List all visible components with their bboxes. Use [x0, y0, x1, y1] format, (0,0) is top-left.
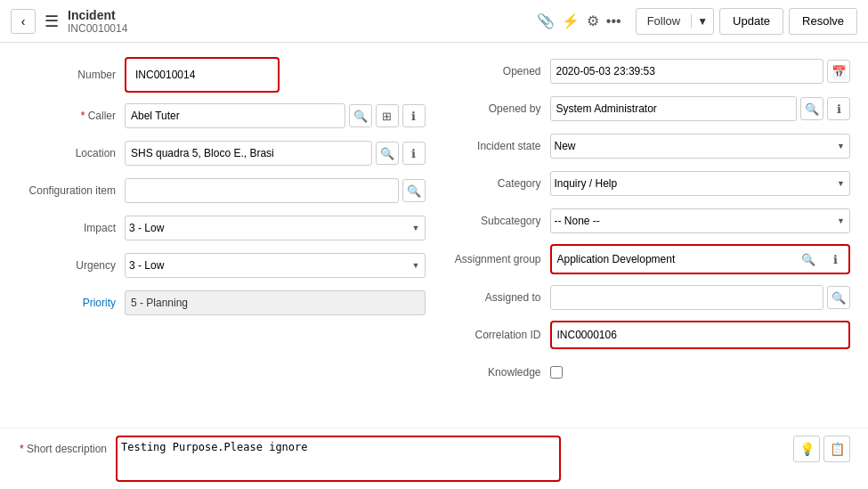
incident-label: Incident [68, 8, 127, 22]
assignment-group-input[interactable] [554, 249, 794, 270]
impact-select-wrapper: 3 - Low [125, 216, 426, 240]
assigned-to-row: Assigned to 🔍 [443, 283, 851, 312]
number-label: Number [18, 69, 125, 81]
knowledge-checkbox[interactable] [550, 366, 563, 379]
impact-row: Impact 3 - Low [18, 214, 426, 242]
impact-label: Impact [18, 222, 125, 234]
correlation-id-row: Correlation ID [443, 321, 851, 349]
number-field [125, 57, 426, 93]
form-right: Opened 📅 Opened by 🔍 ℹ Incident state Ne… [443, 57, 851, 387]
caller-row: Caller 🔍 ⊞ ℹ [18, 102, 426, 130]
number-wrapper [125, 57, 280, 93]
follow-label: Follow [637, 14, 693, 28]
assigned-to-label: Assigned to [443, 291, 550, 304]
config-item-label: Configuration item [18, 184, 125, 197]
urgency-select-wrapper: 3 - Low [125, 253, 426, 278]
category-field: Inquiry / Help [550, 171, 851, 196]
urgency-label: Urgency [18, 259, 125, 272]
priority-row: Priority 5 - Planning [18, 289, 426, 317]
incident-state-row: Incident state New [443, 132, 851, 160]
follow-button[interactable]: Follow ▼ [636, 8, 714, 35]
correlation-id-wrapper [550, 321, 851, 349]
header: ‹ ☰ Incident INC0010014 📎 ⚡ ⚙ ••• Follow… [0, 0, 868, 43]
opened-row: Opened 📅 [443, 57, 851, 86]
number-row: Number [18, 57, 426, 93]
impact-field: 3 - Low [125, 216, 426, 240]
header-title: Incident INC0010014 [68, 8, 127, 35]
lightbulb-button[interactable]: 💡 [793, 436, 820, 462]
priority-value: 5 - Planning [125, 290, 426, 315]
category-select-wrapper: Inquiry / Help [550, 171, 851, 196]
update-button[interactable]: Update [719, 8, 783, 35]
pulse-icon[interactable]: ⚡ [562, 12, 580, 29]
back-button[interactable]: ‹ [11, 9, 36, 34]
assignment-group-label: Assignment group [443, 253, 550, 265]
priority-field: 5 - Planning [125, 290, 426, 315]
incident-state-label: Incident state [443, 140, 550, 152]
config-search-button[interactable]: 🔍 [402, 179, 426, 202]
location-field: 🔍 ℹ [125, 141, 426, 166]
location-search-button[interactable]: 🔍 [376, 142, 399, 165]
dots-icon[interactable]: ••• [606, 13, 621, 29]
short-description-wrapper: Testing Purpose.Please ignore [116, 436, 561, 482]
priority-label-link[interactable]: Priority [18, 297, 125, 309]
assigned-to-input[interactable] [550, 285, 824, 310]
hamburger-icon[interactable]: ☰ [45, 12, 59, 31]
form-area: Number Caller 🔍 ⊞ ℹ Location 🔍 ℹ [0, 43, 868, 458]
location-input[interactable] [125, 141, 372, 166]
short-description-input[interactable]: Testing Purpose.Please ignore [121, 441, 556, 477]
correlation-id-label: Correlation ID [443, 329, 550, 341]
category-row: Category Inquiry / Help [443, 169, 851, 198]
caller-search-button[interactable]: 🔍 [349, 104, 372, 127]
category-label: Category [443, 177, 550, 190]
incident-state-select[interactable]: New [550, 134, 851, 159]
urgency-select[interactable]: 3 - Low [125, 253, 426, 278]
incident-state-select-wrapper: New [550, 134, 851, 159]
opened-by-info-button[interactable]: ℹ [827, 97, 850, 120]
caller-info-button[interactable]: ℹ [402, 104, 426, 127]
header-actions: Follow ▼ Update Resolve [636, 8, 857, 35]
sliders-icon[interactable]: ⚙ [587, 12, 599, 29]
follow-arrow-icon[interactable]: ▼ [692, 15, 713, 28]
assignment-group-field: 🔍 ℹ [550, 244, 851, 274]
attach-button[interactable]: 📋 [823, 436, 850, 462]
knowledge-field [550, 366, 851, 379]
form-left: Number Caller 🔍 ⊞ ℹ Location 🔍 ℹ [18, 57, 426, 387]
caller-graph-button[interactable]: ⊞ [376, 104, 399, 127]
calendar-button[interactable]: 📅 [827, 60, 850, 83]
opened-label: Opened [443, 65, 550, 77]
header-left: ‹ ☰ Incident INC0010014 [11, 8, 537, 35]
location-info-button[interactable]: ℹ [402, 142, 426, 165]
assignment-info-button[interactable]: ℹ [823, 248, 847, 271]
caller-label: Caller [18, 110, 125, 122]
subcategory-select[interactable]: -- None -- [550, 208, 851, 233]
assignment-group-wrapper: 🔍 ℹ [550, 244, 851, 274]
subcategory-label: Subcategory [443, 215, 550, 227]
caller-input[interactable] [125, 103, 345, 128]
number-input[interactable] [130, 62, 274, 87]
category-select[interactable]: Inquiry / Help [550, 171, 851, 196]
opened-field: 📅 [550, 59, 851, 84]
opened-by-input[interactable] [550, 96, 798, 121]
config-item-input[interactable] [125, 178, 399, 203]
config-item-field: 🔍 [125, 178, 426, 203]
impact-select[interactable]: 3 - Low [125, 216, 426, 240]
assignment-search-button[interactable]: 🔍 [797, 248, 820, 271]
resolve-button[interactable]: Resolve [789, 8, 857, 35]
incident-state-field: New [550, 134, 851, 159]
correlation-id-input[interactable] [554, 324, 848, 346]
bottom-row: Short description Testing Purpose.Please… [0, 428, 868, 489]
location-row: Location 🔍 ℹ [18, 139, 426, 167]
bottom-actions: 💡 📋 [793, 436, 850, 462]
subcategory-field: -- None -- [550, 208, 851, 233]
assigned-to-search-button[interactable]: 🔍 [827, 286, 850, 309]
opened-input[interactable] [550, 59, 824, 84]
header-icons: 📎 ⚡ ⚙ ••• [537, 12, 621, 29]
paperclip-icon[interactable]: 📎 [537, 12, 555, 29]
short-desc-label: Short description [18, 436, 116, 455]
urgency-row: Urgency 3 - Low [18, 251, 426, 280]
knowledge-row: Knowledge [443, 358, 851, 387]
assignment-group-row: Assignment group 🔍 ℹ [443, 244, 851, 274]
opened-by-search-button[interactable]: 🔍 [800, 97, 823, 120]
correlation-id-field [550, 321, 851, 349]
